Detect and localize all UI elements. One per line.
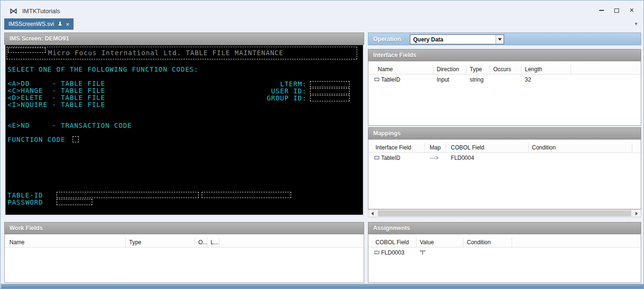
terminal-banner-text: Micro Focus International Ltd. TABLE FIL… — [48, 50, 284, 57]
mappings-horizontal-scrollbar[interactable] — [368, 209, 641, 217]
work-fields-panel-header: Work Fields — [4, 222, 364, 234]
mappings-column-headers: Interface Field Map COBOL Field Conditio… — [368, 143, 641, 153]
assignment-value: "I" — [416, 249, 464, 256]
column-header-fill — [220, 238, 364, 247]
terminal-menu-add: <A>DD - TABLE FILE — [8, 80, 105, 87]
mapping-cobol-field: FLD0004 — [446, 155, 529, 161]
interface-field-row[interactable]: TableID Input string 32 — [368, 74, 641, 84]
column-header-map[interactable]: Map — [425, 143, 446, 152]
arrow-left-icon — [371, 212, 374, 215]
terminal-lterm-field[interactable] — [310, 81, 350, 87]
terminal-userid-row: USER ID: — [263, 87, 350, 95]
scroll-right-button[interactable] — [633, 210, 641, 217]
combobox-dropdown-button[interactable] — [496, 35, 504, 44]
operation-selected-value: Query Data — [413, 36, 496, 43]
ims-terminal-screen[interactable]: Micro Focus International Ltd. TABLE FIL… — [5, 45, 363, 215]
field-icon — [375, 156, 379, 159]
chevron-down-icon — [498, 38, 502, 41]
tab-close-icon[interactable]: × — [66, 21, 70, 27]
terminal-userid-label: USER ID: — [263, 87, 307, 95]
interface-fields-title: Interface Fields — [373, 52, 416, 58]
scrollbar-thumb[interactable] — [378, 210, 631, 216]
assignments-grid: COBOL Field Value Condition FLD0003 "I" — [368, 234, 641, 283]
terminal-table-id-field[interactable] — [57, 192, 199, 198]
mapping-arrow: ---> — [425, 155, 446, 161]
window-title: IMTKTutorials — [22, 8, 60, 15]
terminal-groupid-label: GROUP ID: — [263, 94, 307, 102]
column-header-condition[interactable]: Condition — [529, 143, 632, 152]
column-header-type[interactable]: Type — [126, 238, 195, 247]
tab-overflow-chevron-icon[interactable]: ▾ — [635, 21, 637, 27]
column-header-fill — [571, 65, 641, 74]
terminal-select-line: SELECT ONE OF THE FOLLOWING FUNCTION COD… — [8, 66, 198, 73]
app-window: ⋈ IMTKTutorials × IMSScreenWS.svi × ▾ IM… — [0, 0, 644, 289]
terminal-menu-change: <C>HANGE - TABLE FILE — [8, 87, 105, 94]
terminal-menu-inquire: <I>NQUIRE - TABLE FILE — [8, 101, 105, 108]
close-icon: × — [629, 7, 634, 14]
maximize-icon — [614, 8, 619, 13]
column-header-occurs[interactable]: O... — [195, 238, 207, 247]
mappings-grid: Interface Field Map COBOL Field Conditio… — [368, 140, 641, 209]
terminal-end-line: <E>ND - TRANSACTION CODE — [8, 122, 132, 129]
close-button[interactable]: × — [624, 5, 639, 16]
column-header-length[interactable]: L... — [207, 238, 220, 247]
terminal-userid-field[interactable] — [310, 88, 350, 94]
assignments-title: Assignments — [373, 225, 410, 231]
tab-imsscreenws[interactable]: IMSScreenWS.svi × — [4, 18, 73, 30]
assignment-row[interactable]: FLD0003 "I" — [368, 248, 641, 257]
interface-field-length: 32 — [522, 76, 571, 83]
interface-field-type: string — [466, 76, 490, 83]
column-header-condition[interactable]: Condition — [464, 238, 512, 247]
operation-bar: Operation Query Data — [368, 33, 641, 45]
scroll-left-button[interactable] — [368, 210, 376, 217]
terminal-groupid-row: GROUP ID: — [263, 94, 350, 102]
assignment-cobol-field: FLD0003 — [381, 249, 404, 256]
terminal-lterm-row: LTERM: — [263, 80, 350, 88]
pin-icon[interactable] — [58, 22, 62, 26]
terminal-function-code-field[interactable] — [73, 136, 79, 142]
field-icon — [375, 251, 379, 254]
column-header-occurs[interactable]: Occurs — [490, 65, 522, 74]
minimize-button[interactable] — [594, 5, 609, 16]
interface-fields-column-headers: Name Direction Type Occurs Length — [368, 65, 641, 74]
column-header-cobol-field[interactable]: COBOL Field — [446, 143, 529, 152]
terminal-table-id-field-2[interactable] — [202, 192, 291, 198]
terminal-password-label: PASSWORD — [8, 199, 43, 206]
column-header-interface-field[interactable]: Interface Field — [368, 143, 425, 152]
column-header-cobol-field[interactable]: COBOL Field — [368, 238, 416, 247]
ims-screen-panel-header: IMS Screen: DEMO91 — [4, 33, 364, 45]
field-icon — [375, 78, 379, 81]
terminal-password-field[interactable] — [57, 199, 92, 205]
terminal-banner-subfield — [8, 48, 46, 53]
ims-screen-title: IMS Screen: DEMO91 — [9, 35, 69, 42]
maximize-button[interactable] — [609, 5, 624, 16]
operation-combobox[interactable]: Query Data — [410, 34, 504, 44]
interface-fields-panel-header: Interface Fields — [368, 49, 641, 61]
mapping-row[interactable]: TableID ---> FLD0004 — [368, 153, 641, 163]
interface-field-direction: Input — [433, 76, 466, 83]
column-header-value[interactable]: Value — [416, 238, 464, 247]
terminal-lterm-label: LTERM: — [263, 80, 307, 88]
assignments-column-headers: COBOL Field Value Condition — [368, 238, 641, 248]
visual-studio-logo-icon: ⋈ — [9, 7, 17, 15]
column-header-length[interactable]: Length — [522, 65, 571, 74]
work-fields-title: Work Fields — [9, 225, 43, 231]
column-header-name[interactable]: Name — [5, 238, 126, 247]
column-header-name[interactable]: Name — [368, 65, 433, 74]
terminal-table-id-label: TABLE-ID — [8, 192, 43, 199]
column-header-fill — [632, 143, 641, 152]
assignments-panel-header: Assignments — [368, 222, 641, 234]
mappings-title: Mappings — [373, 130, 400, 137]
column-header-direction[interactable]: Direction — [433, 65, 466, 74]
column-header-type[interactable]: Type — [466, 65, 490, 74]
mappings-panel-header: Mappings — [368, 127, 641, 140]
column-header-fill — [512, 238, 641, 247]
terminal-groupid-field[interactable] — [310, 95, 350, 101]
interface-fields-grid: Name Direction Type Occurs Length TableI… — [368, 61, 641, 126]
tab-strip: IMSScreenWS.svi × ▾ — [4, 18, 641, 30]
work-fields-grid: Name Type O... L... — [4, 234, 364, 283]
status-bar — [1, 284, 644, 289]
terminal-menu-delete: <D>ELETE - TABLE FILE — [8, 94, 105, 101]
work-fields-column-headers: Name Type O... L... — [5, 238, 364, 248]
interface-field-name: TableID — [381, 76, 400, 83]
